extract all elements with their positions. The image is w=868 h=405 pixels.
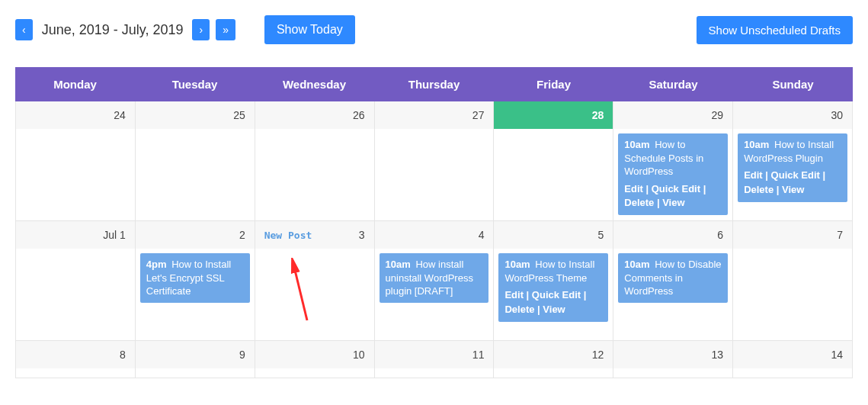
calendar: MondayTuesdayWednesdayThursdayFridaySatu… [15,67,853,378]
day-body: 10am How to Install WordPress PluginEdit… [733,129,852,220]
show-today-button[interactable]: Show Today [264,15,355,44]
day-number: 2 [239,229,245,241]
event-time: 10am [744,139,769,150]
day-number: 9 [239,349,245,361]
day-header: 27 [375,101,494,129]
calendar-day-cell[interactable]: 25 [136,101,255,221]
day-number: 8 [120,349,126,361]
delete-action[interactable]: Delete [504,304,534,315]
action-separator [654,197,662,208]
view-action[interactable]: View [662,197,684,208]
calendar-day-cell[interactable]: 13 [613,341,733,378]
calendar-event[interactable]: 10am How to Install WordPress ThemeEditQ… [498,253,608,322]
edit-action[interactable]: Edit [744,169,763,181]
svg-line-1 [293,264,307,320]
day-body [733,249,852,340]
day-number: 28 [592,109,604,121]
calendar-week-row: 891011121314 [16,341,853,378]
day-header: Jul 1 [16,221,135,249]
day-body [613,368,732,378]
next-fast-button[interactable]: » [216,19,235,40]
calendar-week-row: Jul 124pm How to Install Let's Encrypt S… [16,221,853,341]
day-number: 6 [717,229,723,241]
event-time: 10am [624,139,649,150]
day-body [16,129,135,220]
day-number: 14 [831,349,843,361]
day-header: 11 [375,341,494,368]
calendar-day-cell[interactable]: New Post3 [255,221,375,341]
calendar-day-cell[interactable]: 510am How to Install WordPress ThemeEdit… [494,221,613,341]
day-header: 6 [613,221,732,249]
day-number: 10 [353,349,365,361]
calendar-day-cell[interactable]: 27 [375,101,495,221]
new-post-link[interactable]: New Post [264,230,312,241]
day-header: 5 [494,221,613,249]
view-action[interactable]: View [782,184,804,195]
quick-edit-action[interactable]: Quick Edit [532,289,581,301]
weekday-header: Monday [15,67,135,101]
calendar-day-cell[interactable]: 3010am How to Install WordPress PluginEd… [733,101,853,221]
prev-range-button[interactable]: ‹ [15,19,33,40]
quick-edit-action[interactable]: Quick Edit [652,183,700,194]
delete-action[interactable]: Delete [744,184,774,195]
delete-action[interactable]: Delete [624,197,654,208]
calendar-day-cell[interactable]: 26 [255,101,375,221]
weekday-header: Saturday [613,67,733,101]
day-header: 12 [494,341,613,368]
calendar-day-cell[interactable]: 14 [733,341,853,378]
day-header: 4 [375,221,494,249]
weekday-header: Wednesday [255,67,374,101]
day-body: 10am How to Disable Comments in WordPres… [613,249,732,340]
calendar-event[interactable]: 10am How to Disable Comments in WordPres… [618,253,728,303]
day-header: 14 [733,341,852,368]
action-separator [774,184,782,195]
calendar-day-cell[interactable]: 8 [16,341,136,378]
calendar-day-cell[interactable]: 7 [733,221,853,341]
event-time: 10am [386,259,411,270]
day-header: 13 [613,341,732,368]
calendar-event[interactable]: 10am How install uninstall WordPress plu… [380,253,489,303]
calendar-day-cell[interactable]: 11 [375,341,495,378]
calendar-day-cell[interactable]: 28 [494,101,613,221]
day-header: 25 [136,101,255,129]
event-time: 10am [624,259,649,270]
calendar-day-cell[interactable]: 24pm How to Install Let's Encrypt SSL Ce… [136,221,255,341]
day-body [494,129,613,220]
edit-action[interactable]: Edit [624,183,643,194]
edit-action[interactable]: Edit [504,289,524,301]
calendar-event[interactable]: 4pm How to Install Let's Encrypt SSL Cer… [140,253,250,303]
action-separator [643,183,652,194]
day-body [16,368,135,378]
calendar-day-cell[interactable]: 410am How install uninstall WordPress pl… [375,221,495,341]
day-header: 8 [16,341,135,368]
action-separator [581,289,586,301]
show-unscheduled-drafts-button[interactable]: Show Unscheduled Drafts [697,16,853,44]
day-number: 7 [837,229,843,241]
quick-edit-action[interactable]: Quick Edit [771,169,820,181]
calendar-event[interactable]: 10am How to Schedule Posts in WordPressE… [618,133,728,215]
annotation-arrow-icon [287,258,312,323]
day-body [733,368,852,378]
calendar-day-cell[interactable]: 2910am How to Schedule Posts in WordPres… [613,101,733,221]
day-header: 9 [136,341,255,368]
calendar-event[interactable]: 10am How to Install WordPress PluginEdit… [738,133,847,202]
calendar-day-cell[interactable]: 12 [494,341,613,378]
action-separator [820,169,825,181]
day-header: 10 [255,341,374,368]
calendar-day-cell[interactable]: Jul 1 [16,221,136,341]
day-header: 28 [494,101,613,129]
next-range-button[interactable]: › [192,19,210,40]
event-time: 10am [504,259,530,270]
calendar-toolbar: ‹ June, 2019 - July, 2019 › » Show Today… [15,15,853,44]
day-body [375,368,494,378]
weekday-header: Thursday [374,67,494,101]
day-body [255,249,374,340]
calendar-day-cell[interactable]: 9 [136,341,255,378]
calendar-day-cell[interactable]: 10 [255,341,375,378]
calendar-weeks: 24252627282910am How to Schedule Posts i… [15,101,853,378]
calendar-day-cell[interactable]: 24 [16,101,136,221]
day-header: New Post3 [255,221,374,249]
calendar-day-cell[interactable]: 610am How to Disable Comments in WordPre… [613,221,733,341]
view-action[interactable]: View [543,304,565,315]
day-body [136,368,255,378]
